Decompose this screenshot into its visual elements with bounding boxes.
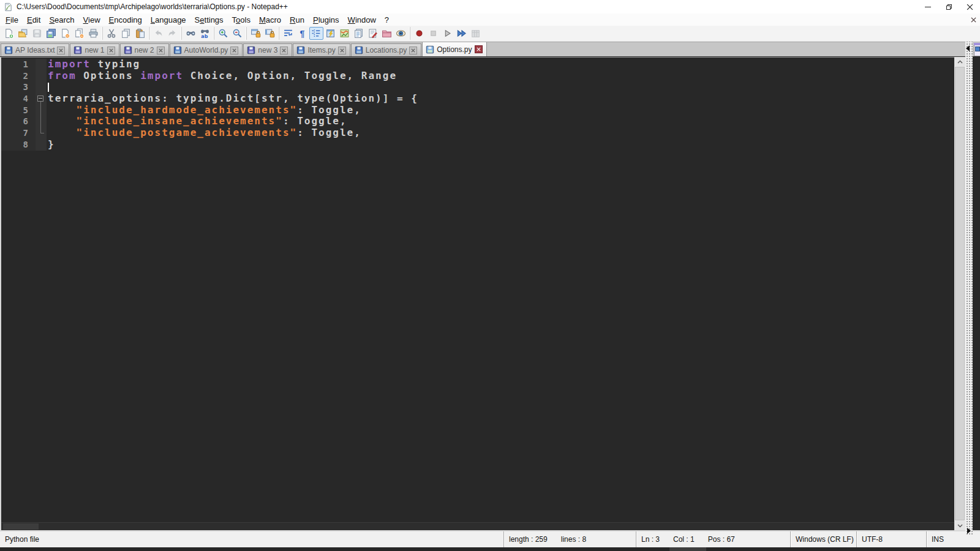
status-encoding[interactable]: UTF-8 (862, 535, 883, 544)
zoom-in-button[interactable] (216, 27, 230, 40)
menu-language[interactable]: Language (146, 15, 190, 25)
menu-view[interactable]: View (79, 15, 105, 25)
sync-vertical-button[interactable] (249, 27, 263, 40)
close-document-button[interactable] (971, 15, 976, 24)
save-all-button[interactable] (44, 27, 58, 40)
tab-locations-py[interactable]: Locations.py (351, 43, 421, 56)
tab-new-1[interactable]: new 1 (70, 43, 119, 56)
scroll-down-button[interactable] (954, 521, 965, 530)
code-text: "include_hardmode_achievements": Toggle, (47, 105, 954, 116)
show-indent-guide-button[interactable] (309, 27, 323, 40)
copy-button[interactable] (119, 27, 133, 40)
menu-run[interactable]: Run (285, 15, 309, 25)
macro-stop-button[interactable] (426, 27, 440, 40)
status-insert-mode[interactable]: INS (932, 535, 944, 544)
cut-button[interactable] (105, 27, 119, 40)
tab-close-button[interactable] (157, 47, 165, 54)
macro-save-button[interactable] (469, 27, 483, 40)
menu-tools[interactable]: Tools (228, 15, 255, 25)
document-list-button[interactable] (352, 27, 366, 40)
code-line-5[interactable]: 5 "include_hardmode_achievements": Toggl… (1, 105, 954, 116)
code-line-7[interactable]: 7 "include_postgame_achievements": Toggl… (1, 127, 954, 139)
tab-close-button[interactable] (338, 47, 346, 54)
fold-box-icon[interactable] (36, 93, 47, 105)
tab-scroll-right-icon[interactable] (967, 528, 971, 534)
folder-as-workspace-button[interactable] (380, 27, 394, 40)
monitoring-button[interactable] (394, 27, 408, 40)
menu-plugins[interactable]: Plugins (309, 15, 344, 25)
close-button[interactable] (58, 27, 72, 40)
code-line-4[interactable]: 4terraria_options: typing.Dict[str, type… (1, 93, 954, 105)
show-all-characters-button[interactable]: ¶ (295, 27, 309, 40)
horizontal-scrollbar[interactable] (1, 522, 954, 530)
function-list-button[interactable] (366, 27, 380, 40)
replace-button[interactable]: ab (198, 27, 212, 40)
line-number: 6 (1, 116, 36, 127)
new-file-button[interactable] (2, 27, 16, 40)
menu-search[interactable]: Search (45, 15, 78, 25)
line-number: 3 (1, 81, 36, 93)
minimize-icon (925, 7, 931, 7)
zoom-out-button[interactable] (230, 27, 244, 40)
code-text: import typing (47, 59, 954, 70)
sync-horizontal-button[interactable] (263, 27, 277, 40)
chevron-down-icon (957, 524, 963, 528)
macro-record-button[interactable] (412, 27, 426, 40)
menu-file[interactable]: File (1, 15, 23, 25)
code-line-3[interactable]: 3 (1, 81, 954, 93)
tab-close-button[interactable] (107, 47, 115, 54)
vertical-scrollbar[interactable] (954, 57, 965, 530)
tab-ap-ideas-txt[interactable]: AP Ideas.txt (1, 43, 69, 56)
menu-edit[interactable]: Edit (23, 15, 45, 25)
tab-scroll-left-icon[interactable] (966, 45, 970, 51)
close-window-button[interactable] (959, 0, 980, 13)
macro-play-button[interactable] (440, 27, 454, 40)
tab-new-3[interactable]: new 3 (243, 43, 292, 56)
tab-new-2[interactable]: new 2 (120, 43, 169, 56)
close-all-button[interactable] (72, 27, 86, 40)
menu-window[interactable]: Window (344, 15, 380, 25)
code-line-1[interactable]: 1import typing (1, 59, 954, 70)
restore-button[interactable] (938, 0, 959, 13)
tab-items-py[interactable]: Items.py (293, 43, 350, 56)
tab-autoworld-py[interactable]: AutoWorld.py (170, 43, 243, 56)
redo-button[interactable] (165, 27, 179, 40)
code-line-6[interactable]: 6 "include_insane_achievements": Toggle, (1, 116, 954, 127)
document-map-button[interactable] (337, 27, 352, 40)
menu-encoding[interactable]: Encoding (105, 15, 146, 25)
svg-text:ab: ab (201, 34, 208, 39)
open-file-button[interactable] (16, 27, 30, 40)
tab-close-button[interactable] (57, 47, 65, 54)
tab-options-py[interactable]: Options.py (422, 42, 486, 56)
tab-close-button[interactable] (409, 47, 417, 54)
menu-macro[interactable]: Macro (255, 15, 285, 25)
tab-close-button[interactable] (475, 45, 483, 53)
vertical-scrollbar-thumb[interactable] (955, 67, 965, 520)
close-window-icon (967, 4, 973, 10)
view-splitter-handle[interactable] (965, 42, 973, 535)
disk-icon (247, 46, 255, 54)
code-line-2[interactable]: 2from Options import Choice, Option, Tog… (1, 70, 954, 82)
define-language-icon (325, 28, 336, 39)
paste-button[interactable] (133, 27, 147, 40)
notepad-plus-plus-app-icon (4, 2, 13, 12)
define-language-button[interactable] (323, 27, 337, 40)
menu--[interactable]: ? (380, 15, 393, 25)
minimize-button[interactable] (918, 0, 938, 13)
status-eol-format[interactable]: Windows (CR LF) (796, 535, 854, 544)
macro-run-multiple-button[interactable] (454, 27, 469, 40)
undo-icon (153, 28, 164, 39)
macro-save-icon (470, 28, 481, 39)
tab-close-button[interactable] (280, 47, 288, 54)
menu-settings[interactable]: Settings (190, 15, 228, 25)
word-wrap-button[interactable] (281, 27, 295, 40)
print-button[interactable] (86, 27, 100, 40)
code-editor[interactable]: 1import typing2from Options import Choic… (0, 57, 954, 530)
find-button[interactable] (184, 27, 198, 40)
horizontal-scrollbar-thumb[interactable] (3, 523, 39, 530)
tab-close-button[interactable] (230, 47, 238, 54)
save-button[interactable] (30, 27, 44, 40)
undo-button[interactable] (151, 27, 165, 40)
code-line-8[interactable]: 8} (1, 139, 954, 151)
scroll-up-button[interactable] (954, 57, 965, 66)
